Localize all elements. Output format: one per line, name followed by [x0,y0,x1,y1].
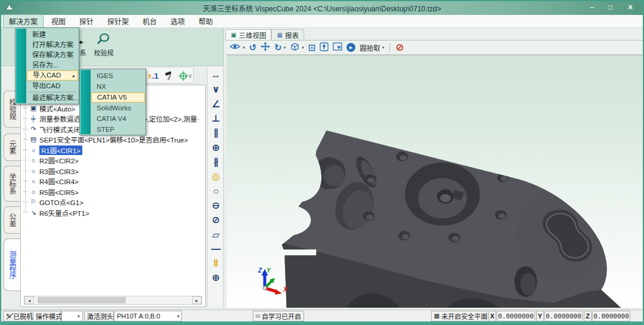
pick-mode-select[interactable]: 圆拾取 [360,43,380,52]
view-orientation-button[interactable] [290,42,300,54]
window-bottom-edge [0,321,644,325]
minimize-button[interactable]: – [586,2,599,13]
x-coordinate-value: 0.0000000 [497,311,535,321]
submenu-item-solidworks[interactable]: SolidWorks [91,103,145,113]
menu-item-open-solution[interactable]: 打开解决方案 [27,40,78,50]
chevron-down-icon: ▾ [78,314,80,319]
chevron-down-icon[interactable]: ▾ [243,45,245,50]
pan-button[interactable] [261,42,270,53]
circle-icon: ○ [29,188,38,196]
tree-item-mode[interactable]: ▣模式<Auto> [23,103,75,113]
parallelism-icon[interactable]: ∥ [208,126,224,140]
cube-icon [290,42,300,52]
menu-probe[interactable]: 探针 [73,14,100,28]
concentricity-icon[interactable]: ◎ [208,170,224,183]
symmetry-icon[interactable]: ⊖ [208,199,224,212]
maximize-button[interactable]: □ [603,2,617,13]
scroll-right-icon[interactable]: ▸ [192,296,202,304]
goto-flag-icon: ⚐ [29,198,38,206]
tab-3d-view[interactable]: ▣ 三维视图 [225,29,271,40]
close-button[interactable]: × [624,2,637,13]
menu-solution[interactable]: 解决方案 [3,14,44,28]
menu-options[interactable]: 选项 [165,14,191,28]
submenu-item-catia-v4[interactable]: CATIA V4 [91,114,145,124]
x-axis-label: X [283,286,287,293]
zoom-fit-button[interactable]: ⊡ [308,42,316,53]
angle-icon[interactable]: ∨ [208,83,224,96]
safety-plane-status: ⊠ 未开启安全平面 [431,311,487,321]
chevron-down-icon: ▾ [177,314,179,319]
menu-item-save-as[interactable]: 另存为... [27,60,78,70]
circle-icon: ○ [29,168,38,175]
tree-horizontal-scrollbar[interactable]: ◂ ▸ [24,296,202,305]
active-probe-select[interactable]: PH10T A:0,B:0 ▾ [114,311,182,321]
move-icon [261,42,270,51]
menu-help[interactable]: 帮助 [193,14,219,28]
chevron-down-icon[interactable]: ▾ [382,45,385,50]
x-axis-label: X [488,311,496,321]
sidebar-tab-coordinate[interactable]: 坐标系 [4,166,20,202]
submenu-item-catia-v5[interactable]: CATIA V5 [91,92,145,103]
sidebar-tab-program[interactable]: 测量程序 [4,239,20,291]
play-button[interactable]: ▶ [346,43,355,52]
angularity-icon[interactable]: ∦ [208,156,224,169]
perpendicularity-icon[interactable]: ⊥ [208,112,224,125]
z-axis-label: Z [584,311,592,321]
menu-item-recent-solutions[interactable]: 最近解决方案... [27,93,78,103]
tab-report[interactable]: ▦ 报表 [271,29,304,40]
self-learn-button[interactable]: 自学习已开启 [253,311,304,321]
visibility-button[interactable] [229,42,241,52]
roundness-icon[interactable]: ○ [208,185,224,198]
locate-button[interactable] [320,42,329,53]
position-icon[interactable]: ⊕ [208,141,224,154]
sidebar-tab-tolerance[interactable]: 公差 [4,206,20,234]
tree-item-circle-3[interactable]: ○R3圆<CIR3> [23,166,79,176]
safety-plane-icon: ▤ [29,135,38,143]
window-select-button[interactable] [333,42,342,52]
scroll-left-icon[interactable]: ◂ [24,296,34,304]
straightness-icon[interactable]: — [208,243,224,256]
chevron-down-icon[interactable]: ▾ [302,45,304,50]
operation-mode-select[interactable]: ▾ [61,311,83,321]
tree-item-circle-4[interactable]: ○R4圆<CIR4> [23,176,79,186]
runout-icon[interactable]: ⊘ [208,213,224,227]
toolbar-overflow-icon[interactable]: —▾ [187,70,193,82]
viewport-3d[interactable]: Z Y X [227,55,642,308]
menu-item-save-solution[interactable]: 保存解决方案 [27,50,78,60]
tree-item-circle-5[interactable]: ○R5圆<CIR5> [23,187,79,197]
y-coordinate-value: 0.0000000 [544,311,583,321]
distance-icon[interactable]: ↔ [208,69,224,82]
menu-item-export-cad[interactable]: 导出CAD [27,81,78,91]
gauge-check-button[interactable]: 校验规 [91,32,117,57]
menu-item-import-cad[interactable]: 导入CAD ▸ [27,70,78,81]
parallel-planes-icon[interactable]: ‖ [208,257,224,270]
menu-probe-rack[interactable]: 探针架 [101,14,135,28]
angle-between-icon[interactable]: ∠ [208,98,224,111]
flatness-icon[interactable]: ▱ [208,228,224,242]
orbit-button[interactable]: ↻ [274,42,282,53]
tree-item-vector-point[interactable]: ↘R6矢量点<PT1> [23,208,89,218]
tree-item-safety-plane[interactable]: ▤SEP1安全平面<PLN1>偏移<10>是否启用<True> [23,134,188,144]
gdt-toolbar: ↔ ∨ ∠ ⊥ ∥ ⊕ ∦ ◎ ○ ⊖ ⊘ ▱ — ‖ ⊕ [207,67,224,307]
submenu-item-nx[interactable]: NX [91,82,145,92]
tree-item-circle-2[interactable]: ○R2圆<CIR2> [23,155,79,165]
menu-bar: 解决方案 视图 探针 探针架 机台 选项 帮助 [1,15,643,28]
precision-button[interactable]: ±.1 [145,70,161,82]
menu-machine[interactable]: 机台 [137,14,163,28]
submenu-item-step[interactable]: STEP [91,125,145,135]
menu-item-new[interactable]: 新建 [27,30,78,40]
z-axis-label: Z [258,267,262,274]
menu-view[interactable]: 视图 [45,14,72,28]
sidebar-tab-elements[interactable]: 元素 [4,134,20,161]
tree-item-flight[interactable]: ↷飞行模式关闭 [23,124,80,134]
chevron-down-icon[interactable]: ▾ [284,45,286,50]
rotate-view-button[interactable]: ↺ [249,42,257,53]
scrollbar-thumb[interactable] [38,297,126,304]
probe-disabled-icon[interactable]: ⊘ [395,41,404,54]
construct-button[interactable] [163,70,175,82]
tree-item-circle-1[interactable]: ○R1圆<CIR1> [23,145,82,155]
submenu-item-iges[interactable]: IGES [91,71,145,81]
tree-item-goto[interactable]: ⚐GOTO点<G1> [23,197,83,207]
hammer-icon [164,71,174,81]
true-position-icon[interactable]: ⊕ [208,271,224,284]
